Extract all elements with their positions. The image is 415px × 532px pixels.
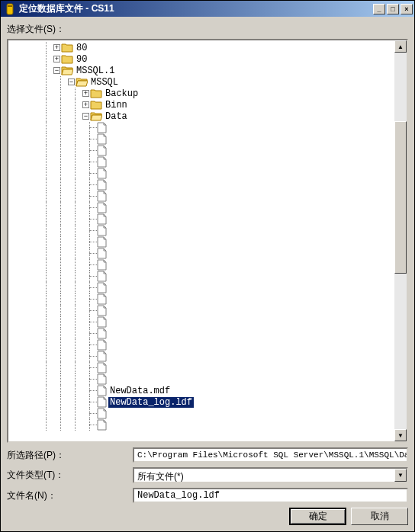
- tree-file-blank[interactable]: [10, 191, 405, 202]
- vertical-scrollbar[interactable]: ▲ ▼: [394, 40, 407, 441]
- file-icon: [97, 156, 107, 168]
- svg-rect-1: [8, 5, 12, 7]
- file-icon: [97, 271, 107, 282]
- tree-file-blank[interactable]: [10, 202, 405, 213]
- tree-node-data[interactable]: − Data: [10, 111, 405, 122]
- tree-file-newdata-mdf[interactable]: NewData.mdf: [10, 385, 405, 396]
- folder-open-icon: [76, 77, 88, 87]
- minimize-button[interactable]: _: [373, 4, 385, 14]
- tree-file-blank[interactable]: [10, 282, 405, 293]
- path-label: 所选路径(P)：: [7, 449, 133, 462]
- scroll-track[interactable]: [394, 53, 407, 429]
- dialog-window: 定位数据库文件 - CS11 _ □ × 选择文件(S)： + 80 +: [0, 0, 415, 532]
- file-icon: [97, 133, 107, 145]
- selected-file-label: NewData_log.ldf: [108, 397, 194, 408]
- title-bar: 定位数据库文件 - CS11 _ □ ×: [1, 1, 414, 17]
- file-icon: [97, 191, 107, 202]
- tree-node-backup[interactable]: + Backup: [10, 88, 405, 99]
- file-icon: [97, 225, 107, 236]
- file-icon: [97, 362, 107, 373]
- folder-closed-icon: [61, 43, 73, 53]
- tree-node-90[interactable]: + 90: [10, 53, 405, 65]
- folder-open-icon: [90, 111, 102, 121]
- expander-plus-icon[interactable]: +: [53, 44, 60, 51]
- file-icon: [97, 419, 107, 431]
- file-icon: [97, 408, 107, 419]
- expander-minus-icon[interactable]: −: [82, 113, 89, 120]
- file-icon: [97, 385, 107, 396]
- tree-file-blank[interactable]: [10, 316, 405, 328]
- file-icon: [97, 236, 107, 248]
- tree-file-blank[interactable]: [10, 419, 405, 431]
- folder-open-icon: [61, 66, 73, 75]
- expander-minus-icon[interactable]: −: [68, 79, 75, 85]
- file-icon: [97, 373, 107, 385]
- client-area: 选择文件(S)： + 80 + 90 −: [1, 17, 414, 531]
- dropdown-arrow-icon[interactable]: ▼: [394, 469, 407, 482]
- expander-plus-icon[interactable]: +: [53, 56, 60, 62]
- tree-node-mssql[interactable]: − MSSQL: [10, 76, 405, 88]
- tree-file-blank[interactable]: [10, 248, 405, 259]
- ok-button[interactable]: 确定: [289, 508, 346, 525]
- tree-file-blank[interactable]: [10, 168, 405, 179]
- file-icon: [97, 282, 107, 293]
- file-icon: [97, 259, 107, 271]
- file-icon: [97, 202, 107, 213]
- file-icon: [97, 168, 107, 179]
- filetype-label: 文件类型(T)：: [7, 469, 133, 482]
- scroll-down-button[interactable]: ▼: [394, 429, 407, 441]
- tree-file-blank[interactable]: [10, 362, 405, 373]
- tree-file-blank[interactable]: [10, 156, 405, 168]
- tree-file-blank[interactable]: [10, 213, 405, 225]
- select-file-label: 选择文件(S)：: [7, 23, 408, 36]
- expander-plus-icon[interactable]: +: [82, 101, 89, 108]
- tree-file-blank[interactable]: [10, 339, 405, 351]
- tree-file-blank[interactable]: [10, 271, 405, 282]
- tree-file-newdata-log[interactable]: NewData_log.ldf: [10, 396, 405, 408]
- app-icon: [4, 3, 16, 15]
- tree-file-blank[interactable]: [10, 408, 405, 419]
- tree-file-blank[interactable]: [10, 179, 405, 191]
- file-icon: [97, 122, 107, 133]
- file-icon: [97, 293, 107, 305]
- tree-node-binn[interactable]: + Binn: [10, 99, 405, 111]
- tree-file-blank[interactable]: [10, 225, 405, 236]
- file-icon: [97, 145, 107, 156]
- folder-closed-icon: [61, 54, 73, 64]
- folder-closed-icon: [90, 88, 102, 98]
- maximize-button[interactable]: □: [387, 4, 399, 14]
- close-button[interactable]: ×: [401, 4, 413, 14]
- file-icon: [97, 248, 107, 259]
- tree-file-blank[interactable]: [10, 236, 405, 248]
- file-icon: [97, 316, 107, 328]
- tree-file-blank[interactable]: [10, 305, 405, 316]
- tree-file-blank[interactable]: [10, 373, 405, 385]
- tree-file-blank[interactable]: [10, 133, 405, 145]
- tree-file-blank[interactable]: [10, 145, 405, 156]
- expander-minus-icon[interactable]: −: [53, 67, 60, 74]
- tree-file-blank[interactable]: [10, 122, 405, 133]
- tree-file-blank[interactable]: [10, 293, 405, 305]
- filename-input[interactable]: [133, 488, 408, 503]
- file-tree[interactable]: + 80 + 90 − MSSQL.1: [7, 39, 408, 443]
- file-icon: [97, 351, 107, 362]
- filetype-select[interactable]: 所有文件(*) ▼: [133, 467, 408, 483]
- window-title: 定位数据库文件 - CS11: [19, 2, 373, 15]
- file-icon: [97, 305, 107, 316]
- cancel-button[interactable]: 取消: [351, 508, 408, 525]
- tree-file-blank[interactable]: [10, 351, 405, 362]
- path-value: C:\Program Files\Microsoft SQL Server\MS…: [133, 447, 408, 463]
- file-icon: [97, 328, 107, 339]
- scroll-thumb[interactable]: [394, 121, 407, 274]
- tree-file-blank[interactable]: [10, 259, 405, 271]
- file-icon: [97, 213, 107, 225]
- tree-file-blank[interactable]: [10, 328, 405, 339]
- scroll-up-button[interactable]: ▲: [394, 40, 407, 53]
- file-icon: [97, 396, 107, 408]
- expander-plus-icon[interactable]: +: [82, 90, 89, 97]
- file-icon: [97, 179, 107, 191]
- tree-node-80[interactable]: + 80: [10, 42, 405, 53]
- folder-closed-icon: [90, 100, 102, 110]
- tree-node-mssql1[interactable]: − MSSQL.1: [10, 65, 405, 76]
- file-icon: [97, 339, 107, 351]
